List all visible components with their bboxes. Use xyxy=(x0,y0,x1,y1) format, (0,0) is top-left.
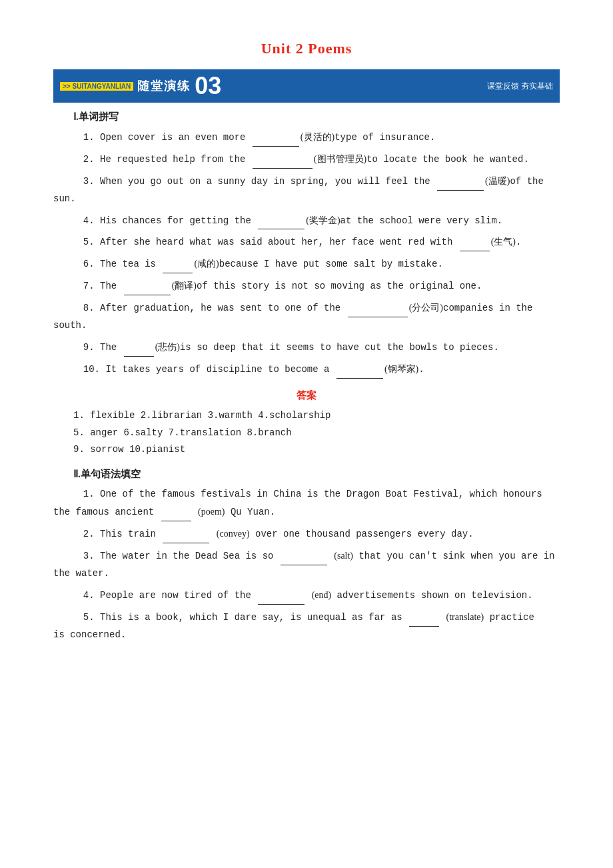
right-label: 课堂反馈 夯实基础 xyxy=(487,81,553,92)
section2-title: Ⅱ.单句语法填空 xyxy=(73,468,560,481)
question-s2-4: 4. People are now tired of the (end) adv… xyxy=(53,587,560,605)
question-5: 5. After she heard what was said about h… xyxy=(53,233,560,251)
question-1: 1. Open cover is an even more (灵活的)type … xyxy=(53,129,560,147)
blank-s2-3 xyxy=(281,565,327,565)
chinese-title: 随堂演练 xyxy=(137,78,191,94)
blank-6 xyxy=(163,273,193,273)
blank-4 xyxy=(258,229,305,229)
question-9: 9. The (悲伤)is so deep that it seems to h… xyxy=(53,339,560,357)
blank-5 xyxy=(460,251,490,251)
page-title: Unit 2 Poems xyxy=(53,40,560,57)
blank-3 xyxy=(437,190,484,191)
blank-2 xyxy=(253,168,312,169)
blank-s2-5 xyxy=(409,626,439,627)
question-s2-5: 5. This is a book, which I dare say, is … xyxy=(53,609,560,644)
question-s2-3: 3. The water in the Dead Sea is so (salt… xyxy=(53,547,560,583)
question-6: 6. The tea is (咸的)because I have put som… xyxy=(53,255,560,273)
question-2: 2. He requested help from the (图书管理员)to … xyxy=(53,151,560,169)
answer-line-1: 1. flexible 2.librarian 3.warmth 4.schol… xyxy=(73,407,560,425)
answer-title: 答案 xyxy=(53,389,560,402)
section1-title: Ⅰ.单词拼写 xyxy=(73,111,560,123)
question-7: 7. The (翻译)of this story is not so movin… xyxy=(53,277,560,295)
question-3: 3. When you go out on a sunny day in spr… xyxy=(53,173,560,208)
blank-10 xyxy=(336,378,383,379)
question-s2-1: 1. One of the famous festivals in China … xyxy=(53,486,560,521)
blank-s2-2 xyxy=(163,543,209,543)
answer-line-3: 9. sorrow 10.pianist xyxy=(73,441,560,459)
blank-s2-4 xyxy=(258,604,305,605)
answer-line-2: 5. anger 6.salty 7.translation 8.branch xyxy=(73,425,560,442)
blank-8 xyxy=(348,317,408,317)
arrow-label: >> SUITANGYANLIAN xyxy=(60,82,133,91)
blank-s2-1 xyxy=(161,521,191,521)
exercise-number: 03 xyxy=(195,72,221,100)
question-10: 10. It takes years of discipline to beco… xyxy=(53,361,560,379)
blank-7 xyxy=(124,295,171,295)
question-8: 8. After graduation, he was sent to one … xyxy=(53,299,560,335)
blank-9 xyxy=(124,356,154,357)
header-bar: >> SUITANGYANLIAN 随堂演练 03 课堂反馈 夯实基础 xyxy=(53,69,560,103)
question-4: 4. His chances for getting the (奖学金)at t… xyxy=(53,212,560,230)
blank-1 xyxy=(253,146,299,147)
question-s2-2: 2. This train (convey) over one thousand… xyxy=(53,525,560,543)
